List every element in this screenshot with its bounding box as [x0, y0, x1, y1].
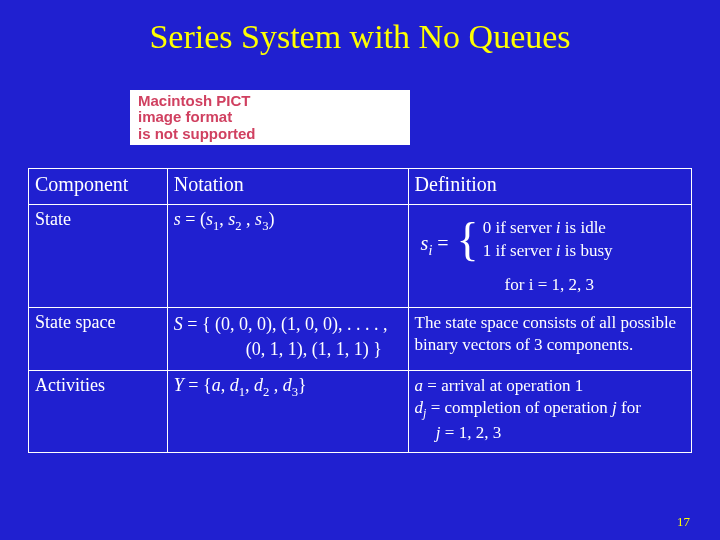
sspace-notation: S = { (0, 0, 0), (1, 0, 0), . . . . , (0…: [167, 308, 408, 371]
state-label: State: [29, 205, 168, 308]
row-activities: Activities Y = {a, d1, d2 , d3} a = arri…: [29, 371, 692, 453]
left-brace-icon: {: [457, 219, 479, 260]
definition-table: Component Notation Definition State s = …: [28, 168, 692, 453]
slide-title: Series System with No Queues: [0, 0, 720, 56]
col-component: Component: [29, 169, 168, 205]
state-notation: s = (s1, s2 , s3): [167, 205, 408, 308]
col-definition: Definition: [408, 169, 691, 205]
placeholder-line: image format: [138, 109, 402, 126]
placeholder-line: is not supported: [138, 126, 402, 143]
state-definition: si = { 0 if server i is idle 1 if server…: [408, 205, 691, 308]
placeholder-line: Macintosh PICT: [138, 93, 402, 110]
row-state-space: State space S = { (0, 0, 0), (1, 0, 0), …: [29, 308, 692, 371]
page-number: 17: [677, 514, 690, 530]
pict-placeholder: Macintosh PICT image format is not suppo…: [130, 90, 410, 145]
act-definition: a = arrival at operation 1 dj = completi…: [408, 371, 691, 453]
table-header-row: Component Notation Definition: [29, 169, 692, 205]
col-notation: Notation: [167, 169, 408, 205]
row-state: State s = (s1, s2 , s3) si = { 0 if serv…: [29, 205, 692, 308]
state-for-line: for i = 1, 2, 3: [505, 275, 594, 295]
sspace-label: State space: [29, 308, 168, 371]
slide: Series System with No Queues Macintosh P…: [0, 0, 720, 540]
act-notation: Y = {a, d1, d2 , d3}: [167, 371, 408, 453]
act-label: Activities: [29, 371, 168, 453]
sspace-definition: The state space consists of all possible…: [408, 308, 691, 371]
